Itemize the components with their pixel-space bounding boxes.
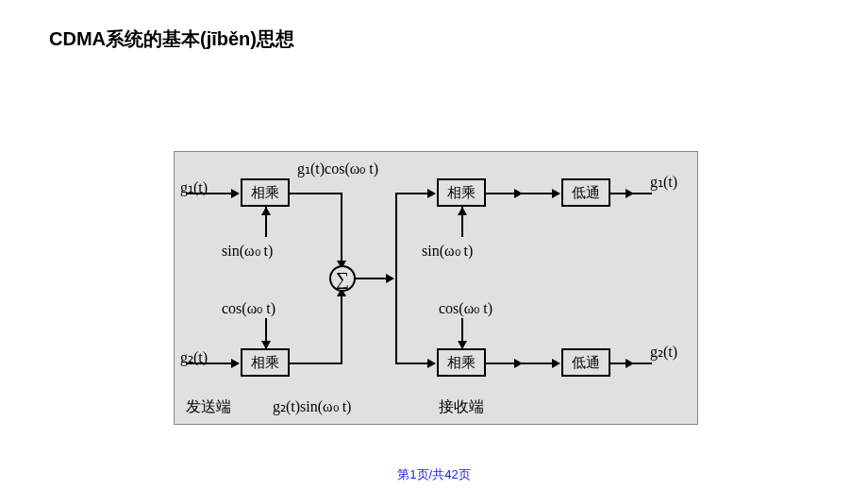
block-mult-top-left: 相乘 [241, 178, 290, 207]
block-lowpass-bottom: 低通 [561, 348, 610, 377]
block-mult-top-right: 相乘 [437, 178, 486, 207]
block-lowpass-top: 低通 [561, 178, 610, 207]
label-g1cos: g₁(t)cos(ω₀ t) [297, 160, 378, 177]
label-rx: 接收端 [439, 397, 484, 417]
block-mult-bottom-left: 相乘 [241, 348, 290, 377]
label-g1-out: g₁(t) [650, 173, 677, 191]
label-g2-out: g₂(t) [650, 343, 677, 361]
label-tx: 发送端 [186, 397, 231, 417]
block-diagram: g₁(t) g₂(t) 相乘 相乘 sin(ω₀ t) cos(ω₀ t) g₁… [174, 151, 698, 425]
diagram-inner: g₁(t) g₂(t) 相乘 相乘 sin(ω₀ t) cos(ω₀ t) g₁… [175, 152, 697, 424]
page-footer: 第1页/共42页 [0, 466, 868, 483]
block-mult-bottom-right: 相乘 [437, 348, 486, 377]
label-sin-left: sin(ω₀ t) [222, 242, 273, 260]
page-title: CDMA系统的基本(jīběn)思想 [49, 26, 294, 52]
label-sin-right: sin(ω₀ t) [422, 242, 473, 260]
label-cos-right: cos(ω₀ t) [439, 299, 492, 317]
label-cos-left: cos(ω₀ t) [222, 299, 275, 317]
label-g2sin: g₂(t)sin(ω₀ t) [273, 397, 351, 415]
block-sum: ∑ [329, 265, 356, 292]
